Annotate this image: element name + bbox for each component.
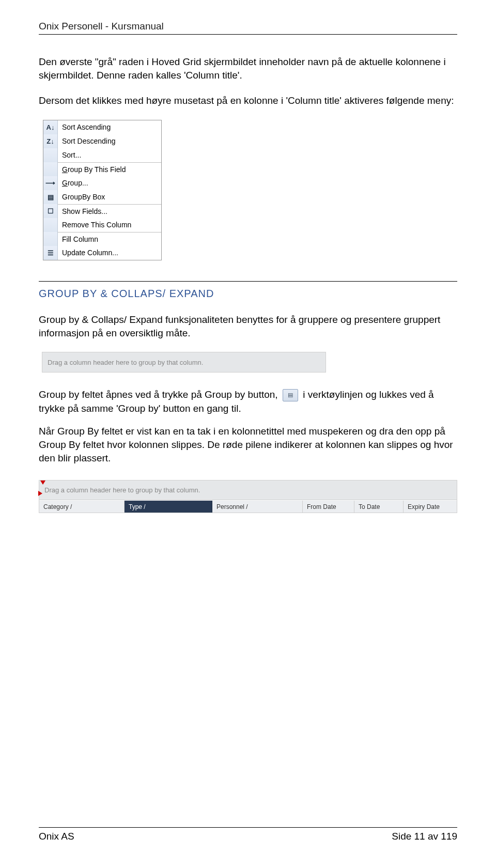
menu-item-sort-desc[interactable]: Z↓ Sort Descending: [43, 134, 161, 148]
update-icon: ☰: [43, 246, 58, 260]
sort-asc-icon: A↓: [43, 120, 58, 134]
menu-item-update-column[interactable]: ☰ Update Column...: [43, 246, 161, 260]
groupby-button-icon: ▤: [283, 389, 298, 401]
menu-item-sort-asc[interactable]: A↓ Sort Ascending: [43, 120, 161, 134]
page-footer: Onix AS Side 11 av 119: [39, 827, 457, 842]
col-personnel[interactable]: Personnel /: [212, 501, 303, 513]
footer-rule: [39, 827, 457, 828]
drop-arrow-top-icon: [40, 481, 45, 485]
blank-icon: [43, 148, 58, 162]
blank-icon: [43, 218, 58, 232]
drop-arrow-left-icon: [38, 491, 42, 496]
group-icon: ⟶: [43, 176, 58, 190]
show-fields-icon: ☐: [43, 204, 58, 218]
col-category[interactable]: Category /: [39, 501, 125, 513]
menu-label: Sort Descending: [58, 137, 116, 145]
menu-item-fill-column[interactable]: Fill Column: [43, 232, 161, 246]
menu-item-show-fields[interactable]: ☐ Show Fields...: [43, 204, 161, 218]
menu-item-remove-column[interactable]: Remove This Column: [43, 218, 161, 232]
menu-label: Update Column...: [58, 249, 118, 257]
col-expiry-date[interactable]: Expiry Date: [404, 501, 455, 513]
footer-left: Onix AS: [39, 831, 74, 842]
menu-item-group-by-field[interactable]: Group By This Field: [43, 162, 161, 176]
menu-label: Remove This Column: [58, 221, 131, 229]
column-context-menu: A↓ Sort Ascending Z↓ Sort Descending Sor…: [43, 120, 162, 260]
menu-label: Show Fields...: [58, 207, 107, 215]
section-heading: GROUP BY & COLLAPS/ EXPAND: [39, 288, 457, 300]
menu-item-sort[interactable]: Sort...: [43, 148, 161, 162]
menu-label: Sort...: [58, 151, 81, 159]
footer-right: Side 11 av 119: [392, 831, 457, 842]
paragraph-3: Group by & Collaps/ Expand funksjonalite…: [39, 313, 457, 339]
grid-group-example: Drag a column header here to group by th…: [39, 480, 457, 513]
menu-item-group[interactable]: ⟶ Group...: [43, 176, 161, 190]
grid-drop-hint: Drag a column header here to group by th…: [44, 486, 200, 494]
menu-label: GroupBy Box: [58, 193, 105, 201]
groupby-box-icon: ▤: [43, 190, 58, 204]
menu-label: Group...: [58, 179, 88, 187]
col-to-date[interactable]: To Date: [354, 501, 404, 513]
paragraph-1: Den øverste "grå" raden i Hoved Grid skj…: [39, 55, 457, 82]
blank-icon: [43, 162, 58, 176]
header-rule: [39, 34, 457, 35]
paragraph-4a: Group by feltet åpnes ved å trykke på Gr…: [39, 389, 281, 400]
paragraph-2: Dersom det klikkes med høyre musetast på…: [39, 94, 457, 107]
menu-label: Fill Column: [58, 235, 98, 243]
menu-item-groupby-box[interactable]: ▤ GroupBy Box: [43, 190, 161, 204]
groupby-drop-area[interactable]: Drag a column header here to group by th…: [42, 352, 326, 373]
menu-label: Group By This Field: [58, 165, 126, 174]
menu-label: Sort Ascending: [58, 123, 111, 131]
col-from-date[interactable]: From Date: [303, 501, 354, 513]
grid-column-header-row: Category / Type / Personnel / From Date …: [39, 500, 457, 513]
col-type[interactable]: Type /: [125, 501, 212, 513]
document-header: Onix Personell - Kursmanual: [39, 21, 457, 32]
section-separator: GROUP BY & COLLAPS/ EXPAND: [39, 281, 457, 300]
paragraph-4: Group by feltet åpnes ved å trykke på Gr…: [39, 388, 457, 415]
paragraph-5: Når Group By feltet er vist kan en ta ta…: [39, 425, 457, 464]
blank-icon: [43, 232, 58, 246]
grid-drop-area[interactable]: Drag a column header here to group by th…: [39, 481, 457, 500]
sort-desc-icon: Z↓: [43, 134, 58, 148]
